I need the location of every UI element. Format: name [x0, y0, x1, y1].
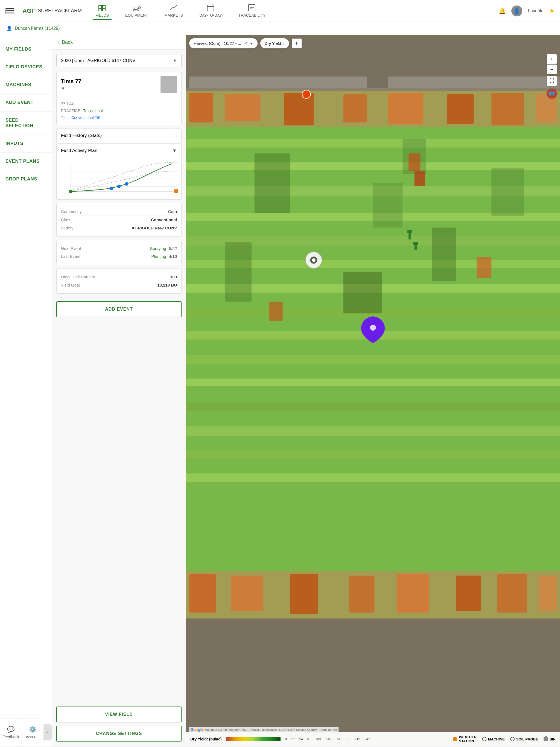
sidebar-item-inputs[interactable]: INPUTS: [0, 135, 52, 153]
account-button[interactable]: ⚙️ Account: [22, 719, 44, 746]
sidebar-item-seed-selection[interactable]: SEED SELECTION: [0, 111, 52, 135]
hamburger-button[interactable]: [5, 8, 14, 14]
svg-rect-31: [189, 93, 213, 122]
svg-rect-77: [498, 574, 527, 613]
class-value: Conventional: [151, 217, 177, 222]
commodity-row: Commodity Corn: [61, 208, 177, 216]
svg-rect-75: [397, 574, 429, 613]
svg-rect-33: [284, 93, 314, 125]
field-area: 77.7 AC: [61, 101, 75, 107]
activity-plan-header[interactable]: Field Activity Plan ▼: [57, 144, 181, 158]
favorite-star-icon[interactable]: ★: [549, 7, 555, 15]
legend-right: WEATHERSTATION MACHINE SOIL PROBE BIN: [453, 735, 556, 743]
nav-item-markets[interactable]: MARKETS: [161, 2, 186, 20]
fullscreen-button[interactable]: ⛶: [547, 76, 557, 86]
svg-rect-78: [539, 575, 557, 611]
field-name: Tims 77: [61, 78, 81, 84]
next-event-date: 5/22: [169, 246, 177, 251]
feedback-button[interactable]: 💬 Feedback: [0, 719, 22, 746]
chart-svg: [59, 161, 179, 197]
crop-year-value: 2020 | Corn - AGRIGOLD 6147 CONV: [61, 58, 135, 63]
farm-icon: 👤: [6, 26, 12, 31]
bin-icon: [543, 737, 548, 741]
back-button[interactable]: ‹ Back: [52, 35, 186, 50]
svg-rect-60: [343, 272, 382, 314]
legend-val-242: 242+: [364, 737, 372, 741]
zoom-out-button[interactable]: −: [547, 65, 557, 74]
machine-label: MACHINE: [488, 737, 505, 741]
practice-label: PRACTICE:: [61, 107, 81, 114]
next-event-label: Next Event: [61, 246, 81, 251]
field-history-row[interactable]: Field History (Stats) ›: [56, 128, 182, 143]
dry-yield-chip[interactable]: Dry Yield ›: [260, 38, 289, 48]
account-icon: ⚙️: [29, 726, 36, 733]
svg-rect-34: [343, 94, 367, 123]
svg-rect-53: [186, 450, 560, 458]
user-avatar[interactable]: 👤: [511, 5, 522, 17]
add-layer-button[interactable]: +: [292, 38, 302, 48]
legend-val-188: 188: [345, 737, 350, 741]
view-field-button[interactable]: VIEW FIELD: [56, 706, 182, 722]
svg-rect-76: [456, 575, 481, 611]
yield-goal-value: 13,210 BU: [157, 283, 177, 287]
sidebar-collapse-button[interactable]: ‹: [44, 724, 52, 741]
map-svg: S/Rd S/Rd: [186, 35, 560, 746]
sidebar-item-field-devices[interactable]: FIELD DEVICES: [0, 58, 52, 76]
map-type-button[interactable]: 🌐: [547, 88, 557, 98]
nav-item-traceability[interactable]: TRACEABILITY: [236, 2, 269, 20]
variety-row: Variety AGRIGOLD 6147 CONV: [61, 224, 177, 232]
nav-item-fields[interactable]: FIELDS: [93, 2, 111, 20]
back-arrow-icon: ‹: [57, 40, 59, 45]
legend-color-bar: [226, 737, 281, 741]
next-event-type: Spraying: [150, 246, 166, 251]
field-info-section: Tims 77 ▼ 77.7 AC PRACTICE: Transitional…: [56, 72, 182, 125]
last-event-date: 4/16: [169, 254, 177, 259]
sidebar-item-my-fields[interactable]: MY FIELDS: [0, 41, 52, 58]
favorite-label: Favorite: [528, 8, 543, 14]
harvest-chip-close-icon[interactable]: ✕: [245, 42, 247, 45]
svg-rect-28: [388, 77, 559, 88]
svg-rect-37: [491, 93, 524, 125]
feedback-label: Feedback: [2, 735, 19, 739]
sidebar: MY FIELDS FIELD DEVICES MACHINES ADD EVE…: [0, 35, 52, 746]
legend-gradient: [226, 737, 281, 741]
last-event-type: Planting: [151, 254, 166, 259]
change-settings-button[interactable]: CHANGE SETTINGS: [56, 726, 182, 742]
nav-item-day-to-day[interactable]: DAY-TO-DAY: [197, 2, 225, 20]
nav-item-equipment[interactable]: EQUIPMENT: [123, 2, 151, 20]
sidebar-item-machines[interactable]: MACHINES: [0, 76, 52, 94]
bin-label: BIN: [550, 737, 556, 741]
notification-bell-icon[interactable]: 🔔: [499, 7, 506, 15]
svg-rect-87: [407, 230, 412, 233]
logo-agi-text: AGI≡: [22, 7, 36, 15]
sidebar-item-crop-plans[interactable]: CROP PLANS: [0, 170, 52, 188]
last-event-row: Last Event Planting 4/16: [61, 252, 177, 260]
svg-rect-36: [447, 94, 474, 124]
zoom-in-button[interactable]: +: [547, 54, 557, 64]
svg-rect-7: [207, 5, 214, 11]
legend-val-135: 135: [325, 737, 331, 741]
legend-bin: BIN: [543, 737, 556, 741]
sidebar-item-event-plans[interactable]: EVENT PLANS: [0, 153, 52, 170]
add-event-button[interactable]: ADD EVENT: [56, 301, 182, 317]
harvest-chip[interactable]: Harvest (Corn) | 10/27 - ... ✕ ▼: [189, 38, 258, 48]
machine-dot: [482, 737, 486, 741]
svg-rect-40: [186, 138, 560, 147]
soil-probe-label: SOIL PROBE: [516, 737, 538, 741]
yield-goal-label: Yield Goal: [61, 283, 80, 287]
middle-panel: ‹ Back 2020 | Corn - AGRIGOLD 6147 CONV …: [52, 35, 186, 746]
dropdown-arrow-icon: ▼: [173, 58, 177, 63]
commodity-label: Commodity: [61, 209, 82, 214]
svg-point-21: [117, 185, 121, 188]
panel-spacer: [52, 321, 186, 702]
sidebar-item-add-event[interactable]: ADD EVENT: [0, 94, 52, 111]
legend-val-27: 27: [291, 737, 295, 741]
svg-rect-62: [408, 153, 420, 171]
field-expand-icon[interactable]: ▼: [61, 86, 65, 91]
account-label: Account: [26, 735, 40, 739]
crop-year-dropdown[interactable]: 2020 | Corn - AGRIGOLD 6147 CONV ▼: [56, 54, 182, 67]
svg-rect-73: [290, 574, 318, 614]
practice-row: PRACTICE: Transitional: [61, 107, 177, 114]
sidebar-navigation: MY FIELDS FIELD DEVICES MACHINES ADD EVE…: [0, 35, 52, 188]
svg-rect-65: [477, 257, 491, 278]
